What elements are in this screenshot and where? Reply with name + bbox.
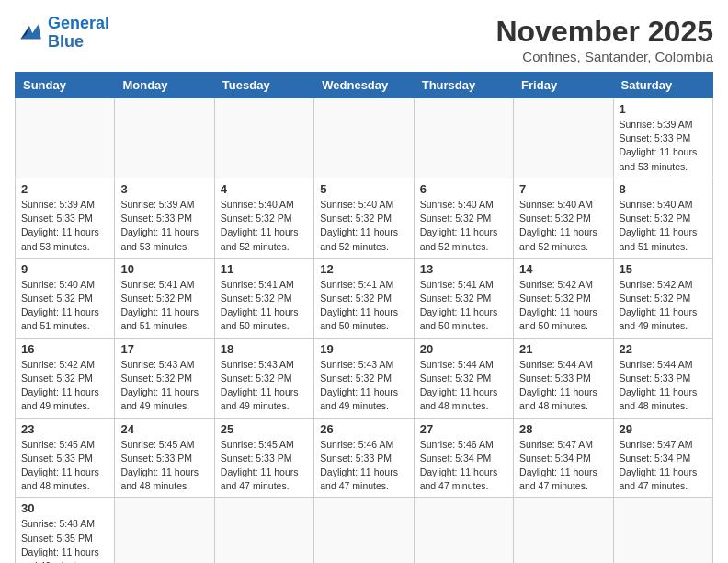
day-number: 12 bbox=[320, 262, 407, 276]
calendar-cell: 5Sunrise: 5:40 AM Sunset: 5:32 PM Daylig… bbox=[314, 178, 414, 258]
month-title: November 2025 bbox=[495, 15, 713, 49]
day-info: Sunrise: 5:40 AM Sunset: 5:32 PM Dayligh… bbox=[620, 198, 707, 254]
day-number: 13 bbox=[420, 262, 507, 276]
day-number: 7 bbox=[519, 182, 607, 196]
day-number: 1 bbox=[620, 102, 707, 116]
day-info: Sunrise: 5:44 AM Sunset: 5:33 PM Dayligh… bbox=[519, 358, 607, 414]
calendar-week-6: 30Sunrise: 5:48 AM Sunset: 5:35 PM Dayli… bbox=[16, 498, 713, 563]
calendar-cell: 15Sunrise: 5:42 AM Sunset: 5:32 PM Dayli… bbox=[613, 258, 712, 338]
day-number: 27 bbox=[420, 422, 507, 436]
day-number: 10 bbox=[120, 262, 208, 276]
day-number: 4 bbox=[221, 182, 308, 196]
day-header-monday: Monday bbox=[115, 73, 214, 98]
day-number: 24 bbox=[120, 422, 208, 436]
calendar-cell bbox=[414, 98, 513, 178]
day-header-wednesday: Wednesday bbox=[314, 73, 414, 98]
day-info: Sunrise: 5:45 AM Sunset: 5:33 PM Dayligh… bbox=[120, 438, 208, 494]
day-number: 14 bbox=[519, 262, 607, 276]
day-number: 5 bbox=[320, 182, 407, 196]
day-info: Sunrise: 5:42 AM Sunset: 5:32 PM Dayligh… bbox=[21, 358, 108, 414]
day-info: Sunrise: 5:39 AM Sunset: 5:33 PM Dayligh… bbox=[620, 118, 707, 174]
day-header-friday: Friday bbox=[514, 73, 613, 98]
day-info: Sunrise: 5:39 AM Sunset: 5:33 PM Dayligh… bbox=[120, 198, 208, 254]
day-number: 6 bbox=[420, 182, 507, 196]
calendar-cell bbox=[214, 98, 313, 178]
logo: General Blue bbox=[15, 15, 109, 52]
calendar-cell: 22Sunrise: 5:44 AM Sunset: 5:33 PM Dayli… bbox=[613, 338, 712, 418]
calendar-cell: 20Sunrise: 5:44 AM Sunset: 5:32 PM Dayli… bbox=[414, 338, 513, 418]
day-header-sunday: Sunday bbox=[16, 73, 115, 98]
calendar-cell: 3Sunrise: 5:39 AM Sunset: 5:33 PM Daylig… bbox=[115, 178, 214, 258]
day-number: 3 bbox=[120, 182, 208, 196]
calendar-cell bbox=[314, 498, 414, 563]
calendar-week-5: 23Sunrise: 5:45 AM Sunset: 5:33 PM Dayli… bbox=[16, 418, 713, 498]
calendar-cell: 4Sunrise: 5:40 AM Sunset: 5:32 PM Daylig… bbox=[214, 178, 313, 258]
calendar-cell bbox=[514, 498, 613, 563]
logo-blue: Blue bbox=[48, 32, 84, 51]
calendar-cell bbox=[214, 498, 313, 563]
calendar-cell: 11Sunrise: 5:41 AM Sunset: 5:32 PM Dayli… bbox=[214, 258, 313, 338]
calendar-cell: 13Sunrise: 5:41 AM Sunset: 5:32 PM Dayli… bbox=[414, 258, 513, 338]
day-number: 23 bbox=[21, 422, 108, 436]
calendar-cell: 18Sunrise: 5:43 AM Sunset: 5:32 PM Dayli… bbox=[214, 338, 313, 418]
day-info: Sunrise: 5:43 AM Sunset: 5:32 PM Dayligh… bbox=[120, 358, 208, 414]
day-number: 11 bbox=[221, 262, 308, 276]
calendar-week-2: 2Sunrise: 5:39 AM Sunset: 5:33 PM Daylig… bbox=[16, 178, 713, 258]
day-info: Sunrise: 5:41 AM Sunset: 5:32 PM Dayligh… bbox=[420, 278, 507, 334]
day-info: Sunrise: 5:47 AM Sunset: 5:34 PM Dayligh… bbox=[519, 438, 607, 494]
day-info: Sunrise: 5:40 AM Sunset: 5:32 PM Dayligh… bbox=[221, 198, 308, 254]
day-number: 18 bbox=[221, 342, 308, 356]
day-info: Sunrise: 5:42 AM Sunset: 5:32 PM Dayligh… bbox=[519, 278, 607, 334]
day-info: Sunrise: 5:48 AM Sunset: 5:35 PM Dayligh… bbox=[21, 517, 108, 563]
calendar-week-4: 16Sunrise: 5:42 AM Sunset: 5:32 PM Dayli… bbox=[16, 338, 713, 418]
day-number: 2 bbox=[21, 182, 108, 196]
calendar-week-3: 9Sunrise: 5:40 AM Sunset: 5:32 PM Daylig… bbox=[16, 258, 713, 338]
day-number: 20 bbox=[420, 342, 507, 356]
calendar-cell: 8Sunrise: 5:40 AM Sunset: 5:32 PM Daylig… bbox=[613, 178, 712, 258]
calendar-cell: 14Sunrise: 5:42 AM Sunset: 5:32 PM Dayli… bbox=[514, 258, 613, 338]
day-info: Sunrise: 5:40 AM Sunset: 5:32 PM Dayligh… bbox=[320, 198, 407, 254]
calendar-cell: 7Sunrise: 5:40 AM Sunset: 5:32 PM Daylig… bbox=[514, 178, 613, 258]
calendar-cell bbox=[414, 498, 513, 563]
day-info: Sunrise: 5:44 AM Sunset: 5:33 PM Dayligh… bbox=[620, 358, 707, 414]
day-info: Sunrise: 5:40 AM Sunset: 5:32 PM Dayligh… bbox=[519, 198, 607, 254]
day-info: Sunrise: 5:43 AM Sunset: 5:32 PM Dayligh… bbox=[221, 358, 308, 414]
day-info: Sunrise: 5:42 AM Sunset: 5:32 PM Dayligh… bbox=[620, 278, 707, 334]
day-info: Sunrise: 5:43 AM Sunset: 5:32 PM Dayligh… bbox=[320, 358, 407, 414]
day-info: Sunrise: 5:39 AM Sunset: 5:33 PM Dayligh… bbox=[21, 198, 108, 254]
calendar-cell bbox=[314, 98, 414, 178]
day-info: Sunrise: 5:47 AM Sunset: 5:34 PM Dayligh… bbox=[620, 438, 707, 494]
location-title: Confines, Santander, Colombia bbox=[495, 49, 713, 64]
day-info: Sunrise: 5:41 AM Sunset: 5:32 PM Dayligh… bbox=[221, 278, 308, 334]
calendar-cell: 6Sunrise: 5:40 AM Sunset: 5:32 PM Daylig… bbox=[414, 178, 513, 258]
calendar-cell: 2Sunrise: 5:39 AM Sunset: 5:33 PM Daylig… bbox=[16, 178, 115, 258]
page-header: General Blue November 2025 Confines, San… bbox=[15, 15, 713, 64]
calendar-cell bbox=[514, 98, 613, 178]
day-info: Sunrise: 5:44 AM Sunset: 5:32 PM Dayligh… bbox=[420, 358, 507, 414]
calendar-cell: 19Sunrise: 5:43 AM Sunset: 5:32 PM Dayli… bbox=[314, 338, 414, 418]
calendar-cell bbox=[613, 498, 712, 563]
logo-icon bbox=[15, 18, 44, 48]
day-number: 25 bbox=[221, 422, 308, 436]
svg-marker-0 bbox=[20, 24, 40, 39]
title-area: November 2025 Confines, Santander, Colom… bbox=[495, 15, 713, 64]
calendar-cell: 16Sunrise: 5:42 AM Sunset: 5:32 PM Dayli… bbox=[16, 338, 115, 418]
day-number: 29 bbox=[620, 422, 707, 436]
day-header-thursday: Thursday bbox=[414, 73, 513, 98]
logo-text: General Blue bbox=[48, 15, 109, 52]
calendar-cell: 25Sunrise: 5:45 AM Sunset: 5:33 PM Dayli… bbox=[214, 418, 313, 498]
day-number: 30 bbox=[21, 501, 108, 515]
day-number: 15 bbox=[620, 262, 707, 276]
calendar-cell bbox=[16, 98, 115, 178]
day-info: Sunrise: 5:45 AM Sunset: 5:33 PM Dayligh… bbox=[221, 438, 308, 494]
day-number: 16 bbox=[21, 342, 108, 356]
calendar-cell: 30Sunrise: 5:48 AM Sunset: 5:35 PM Dayli… bbox=[16, 498, 115, 563]
day-number: 17 bbox=[120, 342, 208, 356]
calendar-week-1: 1Sunrise: 5:39 AM Sunset: 5:33 PM Daylig… bbox=[16, 98, 713, 178]
day-info: Sunrise: 5:41 AM Sunset: 5:32 PM Dayligh… bbox=[120, 278, 208, 334]
day-number: 22 bbox=[620, 342, 707, 356]
logo-general: General bbox=[48, 14, 109, 32]
calendar-cell: 29Sunrise: 5:47 AM Sunset: 5:34 PM Dayli… bbox=[613, 418, 712, 498]
calendar-cell: 28Sunrise: 5:47 AM Sunset: 5:34 PM Dayli… bbox=[514, 418, 613, 498]
calendar-cell: 23Sunrise: 5:45 AM Sunset: 5:33 PM Dayli… bbox=[16, 418, 115, 498]
